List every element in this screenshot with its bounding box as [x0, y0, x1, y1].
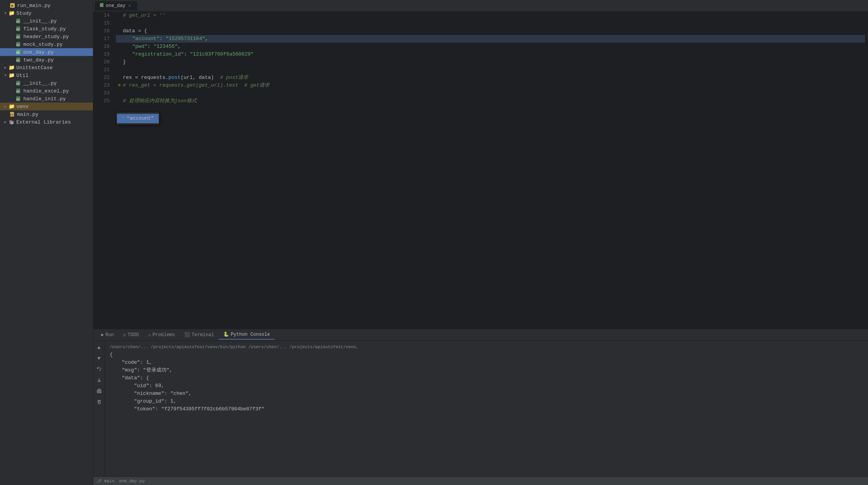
svg-text:py: py	[16, 59, 19, 62]
toolbar-print-btn[interactable]	[95, 387, 103, 395]
code-line-14: # get_url = ''	[116, 12, 865, 19]
line-num-24: 24	[93, 89, 110, 97]
line-num-21: 21	[93, 66, 110, 74]
status-bar: ⎇ main one_day.py	[93, 476, 868, 485]
sidebar-label-util: Util	[16, 73, 28, 79]
problems-tab-label: Problems	[152, 332, 175, 338]
todo-tab-label: TODO	[128, 332, 139, 338]
main-container: ▶ run_main.py ▼ 📁 Study py __init__.py p…	[0, 0, 868, 485]
svg-text:py: py	[16, 43, 19, 46]
bottom-panel-tabs: ▶ Run ☑ TODO ⚠ Problems ⬛ Terminal 🐍	[93, 329, 868, 341]
line-num-20: 20	[93, 58, 110, 66]
util-folder-icon: 📁	[9, 72, 15, 79]
code-19-key: "registration_id"	[132, 51, 184, 58]
toolbar-up-btn[interactable]: ▲	[95, 343, 103, 352]
code-lines[interactable]: # get_url = '' data = { "account": "1529…	[113, 12, 868, 329]
tab-problems[interactable]: ⚠ Problems	[144, 330, 180, 339]
code-22-args: (url, data)	[180, 74, 220, 82]
sidebar-label-run-main: run_main.py	[17, 3, 51, 9]
line-numbers: 14 15 16 17 18 19 20 21 22 23 24 25	[93, 12, 113, 329]
toolbar-rerun-btn[interactable]	[95, 365, 103, 373]
sidebar-item-init-util[interactable]: py __init__.py	[0, 79, 93, 87]
flask-study-icon: py	[16, 26, 22, 32]
terminal-tab-icon: ⬛	[184, 332, 190, 338]
init-util-icon: py	[16, 80, 22, 86]
console-output: /Users/chen/... /projects/apiAutoTest/ve…	[105, 341, 868, 476]
bottom-content: ▲ ▼	[93, 341, 868, 476]
console-line-brace-open: {	[110, 351, 863, 359]
tab-one-day[interactable]: one_day ×	[95, 1, 137, 10]
sidebar-item-util-folder[interactable]: ▼ 📁 Util	[0, 72, 93, 79]
sidebar-label-init-study: __init__.py	[23, 18, 57, 24]
one-day-icon: py	[16, 49, 22, 55]
line-num-25: 25	[93, 97, 110, 105]
sidebar-item-handle-excel[interactable]: py handle_excel.py	[0, 87, 93, 95]
chevron-down-util-icon: ▼	[3, 73, 8, 78]
code-line-20: }	[116, 58, 865, 66]
code-line-25: # 处理响应内容转换为json格式	[116, 97, 865, 105]
sidebar-item-two-day[interactable]: py two_day.py	[0, 56, 93, 64]
sidebar-item-flask-study[interactable]: py flask_study.py	[0, 25, 93, 33]
code-editor[interactable]: 14 15 16 17 18 19 20 21 22 23 24 25 # ge…	[93, 12, 868, 329]
tab-todo[interactable]: ☑ TODO	[119, 330, 144, 339]
tab-close-one-day[interactable]: ×	[127, 3, 132, 9]
svg-text:py: py	[16, 82, 19, 85]
study-folder-icon: 📁	[9, 10, 15, 16]
console-line-uid: "uid": 69,	[110, 382, 863, 390]
code-line-19: "registration_id": "121c83f760f6a560829"	[116, 51, 865, 58]
header-study-icon: py	[16, 33, 22, 40]
autocomplete-item-account[interactable]: ❝ "account"	[117, 114, 159, 123]
code-20-brace: }	[123, 58, 126, 66]
sidebar-item-header-study[interactable]: py header_study.py	[0, 33, 93, 40]
console-line-nickname: "nickname": "chen",	[110, 390, 863, 398]
svg-text:py: py	[16, 90, 19, 93]
sidebar-item-init-study[interactable]: py __init__.py	[0, 17, 93, 25]
console-line-group-id: "group_id": 1,	[110, 398, 863, 405]
code-22-comment: # post请求	[220, 74, 248, 82]
toolbar-down-btn[interactable]: ▼	[95, 354, 103, 363]
tab-run[interactable]: ▶ Run	[96, 330, 119, 339]
run-tab-label: Run	[105, 332, 114, 338]
sidebar-label-header-study: header_study.py	[23, 34, 69, 40]
code-line-23: ⊙ # res_get = requests.get(get_url).text…	[116, 82, 865, 89]
unittest-folder-icon: 📁	[9, 65, 15, 71]
code-25-comment: # 处理响应内容转换为json格式	[123, 97, 197, 105]
tab-python-console[interactable]: 🐍 Python Console	[219, 330, 275, 340]
console-line-msg: "msg": "登录成功",	[110, 366, 863, 374]
tab-terminal[interactable]: ⬛ Terminal	[180, 330, 219, 339]
sidebar-item-venv[interactable]: ▶ 📁 venv	[0, 103, 93, 110]
line-num-22: 22	[93, 74, 110, 82]
sidebar-item-mock-study[interactable]: py mock_study.py	[0, 40, 93, 48]
venv-folder-icon: 📁	[9, 103, 15, 110]
init-study-icon: py	[16, 18, 22, 24]
autocomplete-icon: ❝	[122, 115, 124, 122]
line-num-23: 23	[93, 82, 110, 89]
sidebar-label-init-util: __init__.py	[23, 80, 57, 86]
svg-text:py: py	[16, 28, 19, 31]
svg-text:▶: ▶	[12, 4, 14, 7]
svg-rect-24	[98, 389, 100, 391]
sidebar-item-ext-libs[interactable]: ▶ 📚 External Libraries	[0, 118, 93, 126]
python-console-icon: 🐍	[223, 331, 229, 337]
autocomplete-popup[interactable]: ❝ "account"	[117, 113, 159, 124]
svg-text:py: py	[16, 35, 19, 38]
code-line-16: data = {	[116, 27, 865, 35]
sidebar-item-run-main[interactable]: ▶ run_main.py	[0, 2, 93, 9]
sidebar-item-study-folder[interactable]: ▼ 📁 Study	[0, 9, 93, 17]
line-num-15: 15	[93, 19, 110, 27]
toolbar-download-btn[interactable]	[95, 376, 103, 384]
code-22-func: post	[168, 74, 180, 82]
line-num-16: 16	[93, 27, 110, 35]
svg-text:py: py	[16, 51, 19, 54]
code-line-22: res = requests.post(url, data) # post请求	[116, 74, 865, 82]
sidebar-label-ext-libs: External Libraries	[16, 119, 71, 125]
sidebar-item-unittest-case[interactable]: ▶ 📁 UnittestCase	[0, 64, 93, 72]
tab-icon	[100, 3, 104, 9]
sidebar-item-main-py[interactable]: py main.py	[0, 110, 93, 118]
gutter-23: ⊙	[116, 82, 123, 89]
code-17-val: "15295731164"	[166, 35, 205, 43]
sidebar-item-handle-init[interactable]: py handle_init.py	[0, 95, 93, 103]
handle-init-icon: py	[16, 96, 22, 102]
toolbar-trash-btn[interactable]	[95, 398, 103, 406]
sidebar-item-one-day[interactable]: py one_day.py	[0, 48, 93, 56]
